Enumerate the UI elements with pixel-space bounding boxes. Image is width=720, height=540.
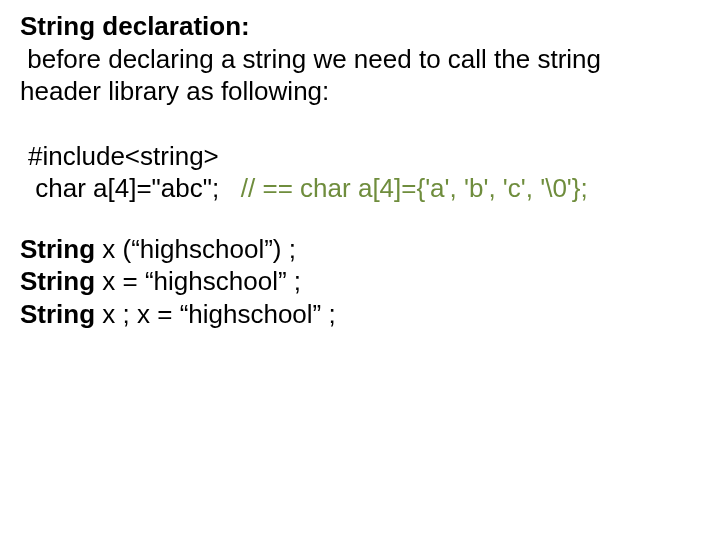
- code-block: #include<string> char a[4]="abc"; // == …: [20, 140, 700, 205]
- code-decl-comment: // == char a[4]={'a', 'b', 'c', '\0'};: [219, 173, 588, 203]
- section-heading: String declaration:: [20, 10, 700, 43]
- keyword-string: String: [20, 299, 95, 329]
- code-decl-black: char a[4]="abc";: [28, 173, 219, 203]
- example-rest: x (“highschool”) ;: [95, 234, 296, 264]
- slide-content: String declaration: before declaring a s…: [0, 0, 720, 540]
- example-rest: x = “highschool” ;: [95, 266, 301, 296]
- intro-line-1: before declaring a string we need to cal…: [20, 43, 700, 76]
- keyword-string: String: [20, 266, 95, 296]
- intro-line-2: header library as following:: [20, 75, 700, 108]
- keyword-string: String: [20, 234, 95, 264]
- examples-block: String x (“highschool”) ; String x = “hi…: [20, 233, 700, 331]
- intro-block: String declaration: before declaring a s…: [20, 10, 700, 108]
- code-declaration: char a[4]="abc"; // == char a[4]={'a', '…: [28, 172, 700, 205]
- code-include: #include<string>: [28, 140, 700, 173]
- example-line-3: String x ; x = “highschool” ;: [20, 298, 700, 331]
- example-rest: x ; x = “highschool” ;: [95, 299, 336, 329]
- example-line-1: String x (“highschool”) ;: [20, 233, 700, 266]
- example-line-2: String x = “highschool” ;: [20, 265, 700, 298]
